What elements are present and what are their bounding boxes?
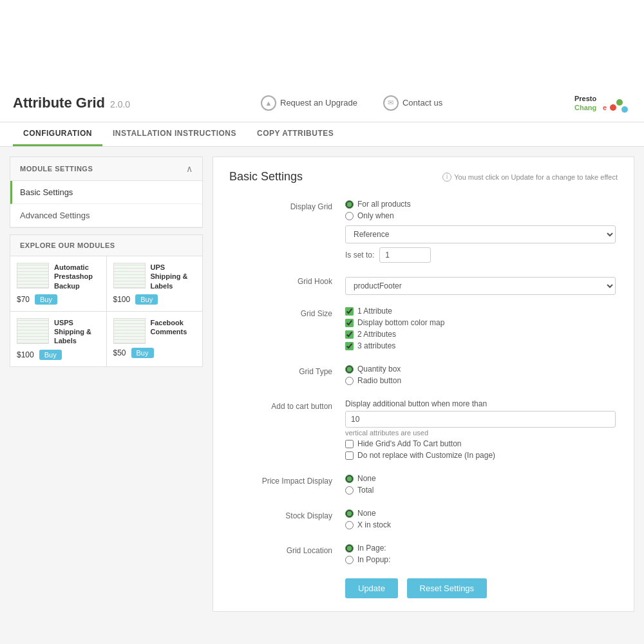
sidebar-item-advanced[interactable]: Advanced Settings [10,204,202,227]
modules-grid: Automatic Prestashop Backup $70 Buy UPS … [10,256,202,366]
radio-stock-xinstock-input[interactable] [345,521,354,529]
radio-onlywhen-label: Only when [357,211,394,220]
addtocart-display-label: Display additional button when more than [345,399,618,408]
radio-stock-none-input[interactable] [345,509,354,518]
module-price-row-4: $50 Buy [113,348,196,358]
module-price-row-1: $70 Buy [17,294,100,305]
gridhook-select[interactable]: productFooter [345,277,616,295]
buy-btn-1[interactable]: Buy [35,294,57,305]
control-gridhook: productFooter [345,274,618,295]
module-price-2: $100 [113,295,131,304]
label-addtocart: Add to cart button [229,399,345,411]
checkbox-colormap-input[interactable] [345,319,354,327]
isset-input[interactable] [379,247,431,263]
reset-button[interactable]: Reset Settings [407,578,488,598]
control-gridtype: Quantity box Radio button [345,365,618,388]
content-title: Basic Settings [229,170,303,184]
radio-radiobutton-input[interactable] [345,377,354,385]
module-name-4: Facebook Comments [151,318,196,337]
radio-loc-inpage-input[interactable] [345,544,354,553]
radio-onlywhen-input[interactable] [345,212,354,220]
contact-link[interactable]: ✉ Contact us [383,95,442,111]
radio-forall-input[interactable] [345,200,354,209]
form-buttons: Update Reset Settings [229,578,618,598]
control-gridsize: 1 Attribute Display bottom color map 2 A… [345,307,618,353]
radio-onlywhen[interactable]: Only when [345,211,618,220]
sidebar-item-basic[interactable]: Basic Settings [10,181,202,204]
checkbox-attr1-input[interactable] [345,307,354,316]
buy-btn-3[interactable]: Buy [39,350,62,360]
checkbox-hidecart[interactable]: Hide Grid's Add To Cart button [345,439,618,448]
svg-point-3 [610,104,616,111]
tab-configuration[interactable]: CONFIGURATION [13,122,102,146]
module-price-row-3: $100 Buy [17,350,100,360]
label-gridhook: Grid Hook [229,274,345,286]
module-name-1: Automatic Prestashop Backup [54,263,100,290]
radio-loc-inpage[interactable]: In Page: [345,544,618,553]
form-row-gridtype: Grid Type Quantity box Radio button [229,365,618,388]
nav-tabs: CONFIGURATION INSTALLATION INSTRUCTIONS … [0,122,644,147]
sidebar-module-title: MODULE SETTINGS [20,165,93,173]
radio-quantitybox-input[interactable] [345,365,354,374]
explore-header: EXPLORE OUR MODULES [10,235,202,256]
module-thumb-3 [17,318,49,344]
svg-text:e: e [603,104,607,111]
svg-text:Presto: Presto [574,95,597,102]
module-thumb-4 [113,318,146,344]
module-card-usps: USPS Shipping & Labels $100 Buy [10,312,106,366]
radio-price-total-label: Total [357,486,374,495]
radio-radiobutton[interactable]: Radio button [345,376,618,385]
radio-forall-label: For all products [357,200,411,209]
buy-btn-4[interactable]: Buy [131,348,154,358]
radio-radiobutton-label: Radio button [357,376,401,385]
radio-loc-inpopup[interactable]: In Popup: [345,555,618,564]
module-card-inner: Automatic Prestashop Backup [17,263,100,290]
logo-svg: Presto Chang e [573,88,631,117]
radio-price-total-input[interactable] [345,486,354,495]
form-row-displaygrid: Display Grid For all products Only when … [229,200,618,263]
radio-stock-none[interactable]: None [345,509,618,518]
addtocart-input[interactable] [345,411,616,428]
update-button[interactable]: Update [345,578,398,598]
content-area: Basic Settings i You must click on Updat… [213,156,634,612]
buy-btn-2[interactable]: Buy [135,294,158,305]
checkbox-hidecart-label: Hide Grid's Add To Cart button [357,439,462,448]
checkbox-attr2-input[interactable] [345,330,354,339]
main-layout: MODULE SETTINGS ∧ Basic Settings Advance… [0,147,644,621]
displaygrid-select[interactable]: Reference [345,225,616,243]
radio-price-none[interactable]: None [345,474,618,483]
svg-text:Chang: Chang [574,104,596,111]
sidebar-explore-modules: EXPLORE OUR MODULES Automatic Prestashop… [10,234,203,367]
radio-price-total[interactable]: Total [345,486,618,495]
radio-price-none-label: None [357,474,376,483]
checkbox-noreplace-input[interactable] [345,451,354,460]
radio-loc-inpopup-input[interactable] [345,556,354,564]
checkbox-attr3[interactable]: 3 attributes [345,341,618,350]
checkbox-colormap[interactable]: Display bottom color map [345,318,618,327]
upgrade-link[interactable]: ▲ Request an Upgrade [261,95,357,111]
checkbox-noreplace[interactable]: Do not replace with Customize (In page) [345,451,618,460]
radio-loc-inpage-label: In Page: [357,544,386,553]
radio-quantitybox[interactable]: Quantity box [345,365,618,374]
module-price-4: $50 [113,348,126,357]
module-card-inner-2: UPS Shipping & Labels [113,263,196,290]
control-stockdisplay: None X in stock [345,509,618,532]
tab-copyattributes[interactable]: COPY ATTRIBUTES [247,122,344,146]
checkbox-attr3-input[interactable] [345,342,354,350]
presto-logo: Presto Chang e [573,88,631,117]
radio-price-none-input[interactable] [345,475,354,483]
form-row-priceimpact: Price Impact Display None Total [229,474,618,497]
module-thumb-2 [113,263,146,289]
checkbox-attr1[interactable]: 1 Attribute [345,307,618,316]
sidebar: MODULE SETTINGS ∧ Basic Settings Advance… [10,156,203,612]
radio-stock-xinstock[interactable]: X in stock [345,520,618,529]
contact-icon: ✉ [383,95,399,111]
sidebar-module-settings: MODULE SETTINGS ∧ Basic Settings Advance… [10,156,203,228]
tab-installation[interactable]: INSTALLATION INSTRUCTIONS [102,122,247,146]
checkbox-attr2[interactable]: 2 Attributes [345,330,618,339]
checkbox-hidecart-input[interactable] [345,440,354,448]
module-name-2: UPS Shipping & Labels [151,263,196,290]
radio-forall[interactable]: For all products [345,200,618,209]
header-center: ▲ Request an Upgrade ✉ Contact us [261,95,442,111]
checkbox-noreplace-label: Do not replace with Customize (In page) [357,451,495,460]
